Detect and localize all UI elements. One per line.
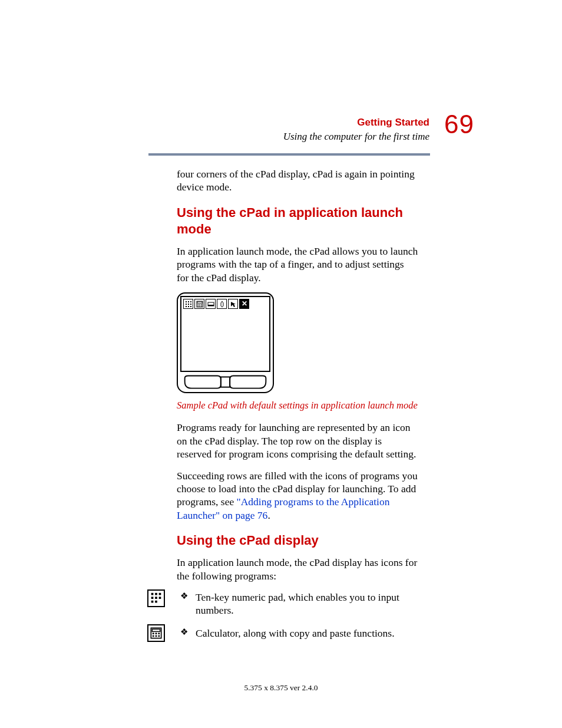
svg-rect-24 (155, 597, 157, 599)
svg-rect-12 (199, 304, 200, 305)
svg-rect-13 (201, 304, 202, 305)
pointer-icon (228, 299, 238, 309)
page-number: 69 (444, 110, 474, 139)
svg-rect-3 (186, 304, 187, 305)
svg-rect-4 (188, 304, 189, 305)
page: Getting Started Using the computer for t… (0, 0, 562, 728)
svg-rect-25 (159, 597, 161, 599)
heading-app-launch-mode: Using the cPad in application launch mod… (177, 205, 418, 238)
paragraph: In application launch mode, the cPad all… (177, 245, 418, 284)
cpad-screen: ✕ (180, 296, 270, 372)
list-item: Calculator, along with copy and paste fu… (177, 627, 418, 640)
pen-icon (217, 299, 227, 309)
cpad-button-bar (180, 374, 270, 392)
continued-paragraph: four corners of the cPad display, cPad i… (177, 167, 418, 194)
svg-rect-16 (201, 305, 202, 307)
svg-rect-26 (151, 601, 154, 603)
program-icon-list: Ten-key numeric pad, which enables you t… (177, 591, 418, 640)
svg-rect-14 (197, 305, 199, 307)
svg-rect-21 (155, 593, 157, 595)
svg-rect-34 (156, 635, 157, 637)
svg-rect-8 (190, 306, 191, 307)
svg-rect-20 (151, 593, 154, 595)
cpad-device-outline: ✕ (177, 292, 274, 393)
text-run: . (267, 509, 270, 521)
svg-rect-23 (151, 597, 154, 599)
svg-rect-2 (190, 301, 191, 302)
svg-rect-15 (199, 305, 200, 307)
svg-rect-30 (153, 633, 154, 634)
section-title: Using the computer for the first time (135, 131, 429, 143)
numeric-grid-icon (147, 589, 165, 607)
header-rule (148, 153, 430, 156)
svg-rect-11 (197, 304, 199, 305)
svg-rect-1 (188, 301, 189, 302)
svg-rect-7 (188, 306, 189, 307)
figure-caption: Sample cPad with default settings in app… (177, 399, 418, 411)
svg-rect-5 (190, 304, 191, 305)
chapter-title: Getting Started (135, 117, 429, 129)
svg-rect-35 (158, 635, 160, 637)
running-header: Getting Started Using the computer for t… (135, 117, 429, 143)
paragraph: Programs ready for launching are represe… (177, 421, 418, 460)
svg-rect-22 (159, 593, 161, 595)
svg-rect-32 (158, 633, 160, 634)
numeric-grid-icon (183, 299, 193, 309)
svg-rect-33 (153, 635, 154, 637)
body-column: four corners of the cPad display, cPad i… (177, 167, 418, 649)
list-item: Ten-key numeric pad, which enables you t… (177, 591, 418, 617)
svg-rect-10 (197, 302, 202, 304)
svg-rect-19 (221, 377, 230, 387)
svg-rect-0 (186, 301, 187, 302)
svg-rect-29 (152, 629, 160, 631)
cpad-toolbar: ✕ (181, 297, 269, 311)
svg-rect-27 (155, 601, 157, 603)
svg-rect-18 (208, 305, 214, 306)
cpad-figure: ✕ (177, 292, 274, 393)
heading-cpad-display: Using the cPad display (177, 532, 418, 549)
list-item-text: Ten-key numeric pad, which enables you t… (196, 591, 399, 616)
calculator-icon (194, 299, 204, 309)
paragraph: Succeeding rows are filled with the icon… (177, 469, 418, 522)
page-footer: 5.375 x 8.375 ver 2.4.0 (0, 683, 562, 693)
close-x-icon: ✕ (239, 299, 249, 309)
svg-rect-6 (186, 306, 187, 307)
paragraph: In application launch mode, the cPad dis… (177, 556, 418, 582)
list-item-text: Calculator, along with copy and paste fu… (196, 627, 395, 639)
calculator-icon (147, 624, 165, 642)
svg-rect-31 (156, 633, 157, 634)
tray-icon (206, 299, 216, 309)
